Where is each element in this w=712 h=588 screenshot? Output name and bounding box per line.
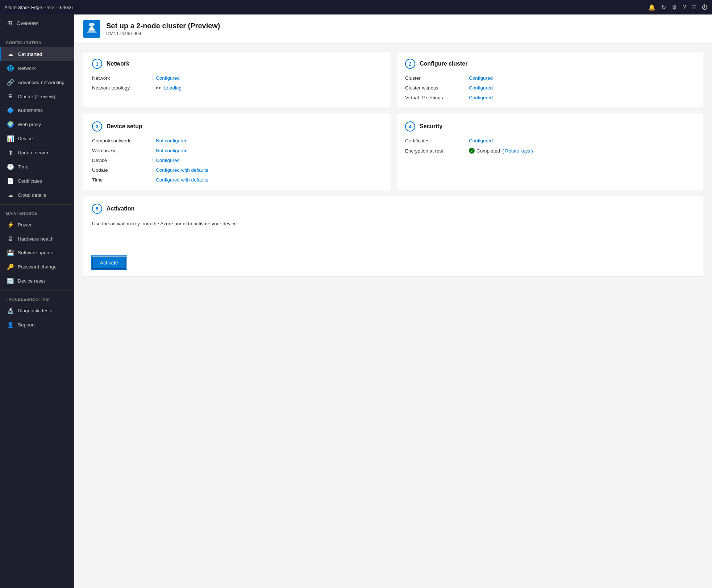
step-4-circle: 4 <box>405 121 415 132</box>
cluster-value-cluster: Configured <box>469 75 493 81</box>
sidebar-item-advanced-networking-label: Advanced networking <box>18 80 64 85</box>
sidebar-item-network-label: Network <box>18 66 36 71</box>
sidebar-overview-label: Overview <box>17 20 38 26</box>
sidebar-item-overview[interactable]: ⊞ Overview <box>0 14 74 32</box>
cluster-row-vip: Virtual IP settings : Configured <box>405 95 694 100</box>
card-security: 4 Security Certificates : Configured Enc… <box>396 114 703 190</box>
title-bar-icons: 🔔 ↻ ⚙ ? © ⏻ <box>648 4 708 11</box>
network-value-topology: Loading <box>156 85 182 91</box>
sidebar-item-support[interactable]: 👤 Support <box>0 318 74 332</box>
software-update-icon: 💾 <box>7 249 14 256</box>
sidebar-item-diagnostic-tests-label: Diagnostic tests <box>18 308 52 313</box>
diagnostic-tests-icon: 🔬 <box>7 307 14 314</box>
page-header-icon <box>83 20 100 38</box>
device-row-web-proxy: Web proxy : Not configured <box>92 148 381 153</box>
compute-network-link[interactable]: Not configured <box>156 138 188 143</box>
sidebar-item-diagnostic-tests[interactable]: 🔬 Diagnostic tests <box>0 304 74 318</box>
sidebar-item-advanced-networking[interactable]: 🔗 Advanced networking <box>0 75 74 89</box>
step-3-circle: 3 <box>92 121 102 132</box>
device-configured-link[interactable]: Configured <box>156 158 180 163</box>
power-icon[interactable]: ⏻ <box>702 4 708 11</box>
device-row-device: Device : Configured <box>92 158 381 163</box>
update-server-icon: ⬆ <box>7 149 14 156</box>
sidebar-item-update-server[interactable]: ⬆ Update server <box>0 146 74 160</box>
card-configure-cluster-title: Configure cluster <box>420 61 467 67</box>
update-configured-defaults-link[interactable]: Configured with defaults <box>156 167 208 173</box>
sidebar-item-password-change[interactable]: 🔑 Password change <box>0 260 74 274</box>
card-device-setup-title: Device setup <box>107 123 142 130</box>
security-value-encryption: ✓ Completed ( Rotate keys ) <box>469 148 533 154</box>
card-configure-cluster: 2 Configure cluster Cluster : Configured… <box>396 51 703 108</box>
refresh-icon[interactable]: ↻ <box>661 4 666 11</box>
sidebar-item-software-update[interactable]: 💾 Software update <box>0 246 74 260</box>
section-label-maintenance: MAINTENANCE <box>0 207 74 218</box>
security-label-certificates: Certificates <box>405 138 463 143</box>
window-title: Azure Stack Edge Pro 2 – 64G2T <box>4 5 74 10</box>
cards-grid: 1 Network Network : Configured Network t… <box>83 51 703 276</box>
hardware-health-icon: 🖥 <box>7 235 14 242</box>
sidebar-item-time[interactable]: 🕐 Time <box>0 160 74 174</box>
sidebar: ⊞ Overview CONFIGURATION ☁ Get started 🌐… <box>0 14 74 588</box>
activate-button[interactable]: Activate <box>92 257 126 269</box>
device-row-compute-network: Compute network : Not configured <box>92 138 381 143</box>
time-icon: 🕐 <box>7 163 14 170</box>
sidebar-item-cloud-details[interactable]: ☁ Cloud details <box>0 188 74 202</box>
sidebar-item-cluster[interactable]: 🖥 Cluster (Preview) <box>0 89 74 103</box>
sidebar-item-device-reset[interactable]: 🔄 Device reset <box>0 274 74 288</box>
network-label-topology: Network topology <box>92 85 150 91</box>
help-icon[interactable]: ? <box>683 4 686 11</box>
sidebar-item-support-label: Support <box>18 322 35 328</box>
cluster-configured-link[interactable]: Configured <box>469 75 493 81</box>
overview-icon: ⊞ <box>6 20 13 26</box>
sidebar-item-web-proxy[interactable]: 🌍 Web proxy <box>0 117 74 132</box>
user-icon[interactable]: © <box>692 4 696 11</box>
time-configured-defaults-link[interactable]: Configured with defaults <box>156 177 208 183</box>
support-icon: 👤 <box>7 321 14 328</box>
topology-loading-link[interactable]: Loading <box>164 85 182 91</box>
sidebar-divider-3 <box>0 290 74 291</box>
settings-icon[interactable]: ⚙ <box>672 4 677 11</box>
card-network-title: Network <box>107 61 129 67</box>
bell-icon[interactable]: 🔔 <box>648 4 655 11</box>
sidebar-item-device[interactable]: 📊 Device <box>0 132 74 146</box>
card-network: 1 Network Network : Configured Network t… <box>83 51 390 108</box>
content-area: Set up a 2-node cluster (Preview) DM1174… <box>74 14 712 588</box>
sidebar-item-get-started[interactable]: ☁ Get started <box>0 47 74 61</box>
sidebar-item-kubernetes-label: Kubernetes <box>18 108 43 113</box>
card-configure-cluster-header: 2 Configure cluster <box>405 59 694 69</box>
witness-configured-link[interactable]: Configured <box>469 85 493 91</box>
step-1-circle: 1 <box>92 59 102 69</box>
cluster-label-cluster: Cluster <box>405 75 463 81</box>
device-label-device: Device <box>92 158 150 163</box>
kubernetes-icon: 🔷 <box>7 107 14 114</box>
section-label-troubleshooting: TROUBLESHOOTING <box>0 293 74 304</box>
cluster-value-vip: Configured <box>469 95 493 100</box>
loading-dots <box>156 87 161 89</box>
security-row-encryption: Encryption at rest : ✓ Completed ( Rotat… <box>405 148 694 154</box>
password-change-icon: 🔑 <box>7 263 14 270</box>
device-label-web-proxy: Web proxy <box>92 148 150 153</box>
sidebar-item-network[interactable]: 🌐 Network <box>0 61 74 75</box>
sidebar-item-password-change-label: Password change <box>18 264 57 270</box>
device-label-update: Update <box>92 167 150 173</box>
content-scroll: 1 Network Network : Configured Network t… <box>74 44 712 588</box>
sidebar-item-cloud-details-label: Cloud details <box>18 192 46 198</box>
sidebar-item-power[interactable]: ⚡ Power <box>0 218 74 232</box>
network-configured-link[interactable]: Configured <box>156 75 180 81</box>
card-security-header: 4 Security <box>405 121 694 132</box>
step-2-circle: 2 <box>405 59 415 69</box>
advanced-networking-icon: 🔗 <box>7 79 14 86</box>
sidebar-item-kubernetes[interactable]: 🔷 Kubernetes <box>0 103 74 117</box>
certificates-configured-link[interactable]: Configured <box>469 138 493 143</box>
sidebar-item-hardware-health[interactable]: 🖥 Hardware health <box>0 232 74 246</box>
device-value-time: Configured with defaults <box>156 177 208 183</box>
web-proxy-icon: 🌍 <box>7 121 14 128</box>
device-value-device: Configured <box>156 158 180 163</box>
certificates-icon: 📄 <box>7 178 14 184</box>
vip-configured-link[interactable]: Configured <box>469 95 493 100</box>
web-proxy-link[interactable]: Not configured <box>156 148 188 153</box>
rotate-keys-link[interactable]: ( Rotate keys ) <box>502 148 533 154</box>
sidebar-item-hardware-health-label: Hardware health <box>18 236 54 242</box>
network-row-network: Network : Configured <box>92 75 381 81</box>
sidebar-item-certificates[interactable]: 📄 Certificates <box>0 174 74 188</box>
